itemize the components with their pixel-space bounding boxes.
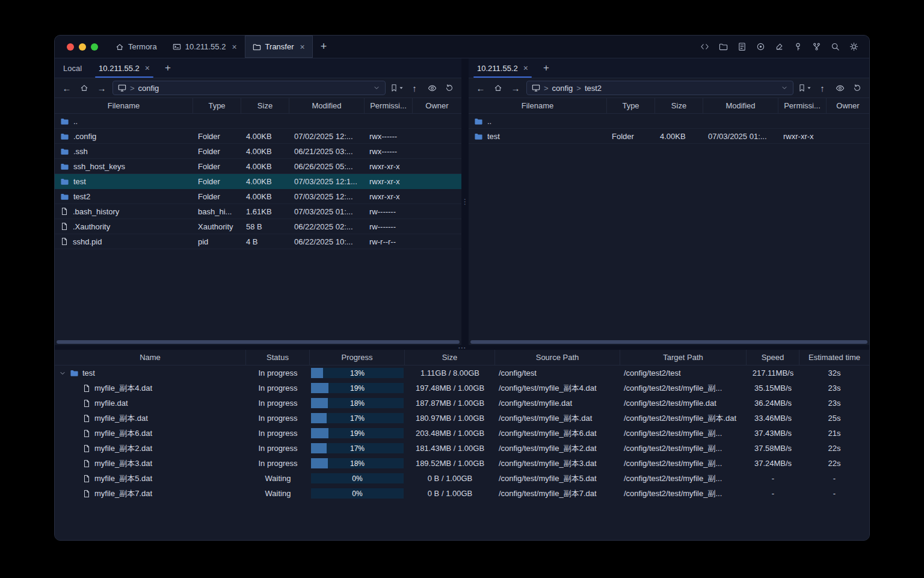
panel-tab-local[interactable]: Local — [55, 58, 90, 78]
forward-button[interactable]: → — [509, 81, 522, 95]
panel-tab-10-211-55-2[interactable]: 10.211.55.2× — [90, 58, 158, 78]
record-icon[interactable] — [756, 42, 765, 51]
transfer-status: In progress — [246, 414, 310, 423]
column-header-target-path[interactable]: Target Path — [620, 350, 747, 365]
window-tab-termora[interactable]: Termora — [108, 36, 165, 58]
column-header-estimated-time[interactable]: Estimated time — [799, 350, 869, 365]
transfer-row-myfile-4-dat[interactable]: myfile_副本4.datIn progress19%197.48MB / 1… — [55, 381, 869, 396]
column-header-filename[interactable]: Filename — [55, 98, 193, 113]
bookmark-button[interactable] — [390, 81, 404, 95]
new-tab-button[interactable]: + — [313, 36, 335, 58]
home-button[interactable] — [491, 81, 505, 95]
transfer-row-myfile-dat[interactable]: myfile_副本.datIn progress17%180.97MB / 1.… — [55, 411, 869, 426]
key-icon[interactable] — [793, 42, 802, 51]
file-row-sshd-pid[interactable]: sshd.pidpid4 B06/22/2025 10:...rw-r--r-- — [55, 234, 461, 249]
column-header-filename[interactable]: Filename — [469, 98, 607, 113]
column-header-type[interactable]: Type — [607, 98, 655, 113]
column-header-permissi[interactable]: Permissi... — [778, 98, 827, 113]
path-bar[interactable]: >config — [112, 81, 386, 95]
new-panel-tab-button[interactable]: + — [537, 58, 556, 78]
folder-icon[interactable] — [719, 42, 728, 51]
chevron-down-icon[interactable] — [781, 84, 788, 92]
back-button[interactable]: ← — [60, 81, 73, 95]
window-tab-10-211-55-2[interactable]: 10.211.55.2× — [165, 36, 245, 58]
column-header-permissi[interactable]: Permissi... — [365, 98, 413, 113]
column-header-size[interactable]: Size — [241, 98, 289, 113]
close-tab-icon[interactable]: × — [145, 64, 150, 72]
home-button[interactable] — [78, 81, 91, 95]
transfer-row-test[interactable]: testIn progress13%1.11GB / 8.00GB/config… — [55, 365, 869, 381]
file-row-config[interactable]: .configFolder4.00KB07/02/2025 12:...rwx-… — [55, 129, 461, 144]
upload-button[interactable]: ↑ — [816, 81, 829, 95]
column-header-name[interactable]: Name — [55, 350, 246, 365]
path-segment-test2[interactable]: test2 — [585, 84, 602, 93]
collapse-chevron-icon[interactable] — [59, 370, 66, 377]
column-header-modified[interactable]: Modified — [289, 98, 365, 113]
vertical-splitter[interactable]: ⋮ — [461, 58, 469, 345]
preview-button[interactable] — [425, 81, 439, 95]
file-row-bash-history[interactable]: .bash_historybash_hi...1.61KB07/03/2025 … — [55, 204, 461, 219]
file-row-item[interactable]: .. — [55, 114, 461, 129]
zoom-window-button[interactable] — [91, 43, 98, 51]
transfer-row-myfile-5-dat[interactable]: myfile_副本5.datWaiting0%0 B / 1.00GB/conf… — [55, 471, 869, 486]
transfer-row-myfile-3-dat[interactable]: myfile_副本3.datIn progress18%189.52MB / 1… — [55, 456, 869, 471]
horizontal-scrollbar[interactable] — [469, 339, 869, 345]
file-row-ssh-host-keys[interactable]: ssh_host_keysFolder4.00KB06/26/2025 05:.… — [55, 159, 461, 174]
back-button[interactable]: ← — [474, 81, 487, 95]
transfer-row-myfile-7-dat[interactable]: myfile_副本7.datWaiting0%0 B / 1.00GB/conf… — [55, 486, 869, 501]
path-segment-config[interactable]: config — [552, 84, 573, 93]
horizontal-scrollbar[interactable] — [55, 339, 461, 345]
refresh-button[interactable] — [443, 81, 456, 95]
upload-button[interactable]: ↑ — [408, 81, 421, 95]
close-tab-icon[interactable]: × — [232, 43, 236, 51]
code-icon[interactable] — [700, 42, 709, 51]
transfer-speed: - — [747, 474, 799, 483]
file-row-item[interactable]: .. — [469, 114, 869, 129]
log-icon[interactable] — [738, 42, 747, 51]
bookmark-button[interactable] — [798, 81, 812, 95]
file-row-test[interactable]: testFolder4.00KB07/03/2025 12:1...rwxr-x… — [55, 174, 461, 189]
column-header-owner[interactable]: Owner — [827, 98, 869, 113]
preview-button[interactable] — [833, 81, 846, 95]
file-row-ssh[interactable]: .sshFolder4.00KB06/21/2025 03:...rwx----… — [55, 144, 461, 159]
window-tab-transfer[interactable]: Transfer× — [245, 36, 313, 58]
forward-button[interactable]: → — [95, 81, 108, 95]
close-tab-icon[interactable]: × — [523, 64, 528, 72]
transfer-row-myfile-2-dat[interactable]: myfile_副本2.datIn progress17%181.43MB / 1… — [55, 441, 869, 456]
file-row-test2[interactable]: test2Folder4.00KB07/03/2025 12:...rwxr-x… — [55, 189, 461, 204]
transfer-source-path: /config/test/myfile_副本5.dat — [495, 473, 620, 484]
transfer-speed: 217.11MB/s — [747, 368, 799, 378]
file-icon — [82, 444, 91, 453]
search-icon[interactable] — [831, 42, 840, 51]
edit-icon[interactable] — [775, 42, 784, 51]
minimize-window-button[interactable] — [79, 43, 86, 51]
column-header-speed[interactable]: Speed — [747, 350, 799, 365]
scrollbar-thumb[interactable] — [470, 340, 867, 344]
column-header-size[interactable]: Size — [655, 98, 703, 113]
scrollbar-thumb[interactable] — [57, 340, 460, 344]
column-header-modified[interactable]: Modified — [703, 98, 778, 113]
chevron-down-icon[interactable] — [373, 84, 380, 92]
breadcrumb: >config>test2 — [544, 84, 602, 93]
file-row-xauthority[interactable]: .XauthorityXauthority58 B06/22/2025 02:.… — [55, 219, 461, 234]
transfer-row-myfile-6-dat[interactable]: myfile_副本6.datIn progress19%203.48MB / 1… — [55, 426, 869, 441]
settings-icon[interactable] — [849, 42, 858, 51]
refresh-button[interactable] — [851, 81, 864, 95]
file-row-test[interactable]: testFolder4.00KB07/03/2025 01:...rwxr-xr… — [469, 129, 869, 144]
column-header-type[interactable]: Type — [193, 98, 241, 113]
panel-tab-10-211-55-2[interactable]: 10.211.55.2× — [469, 58, 537, 78]
branch-icon[interactable] — [812, 42, 821, 51]
column-header-source-path[interactable]: Source Path — [495, 350, 620, 365]
column-header-owner[interactable]: Owner — [413, 98, 461, 113]
horizontal-splitter[interactable]: ⋯ — [55, 345, 869, 350]
close-window-button[interactable] — [67, 43, 74, 51]
close-tab-icon[interactable]: × — [300, 43, 305, 51]
new-panel-tab-button[interactable]: + — [158, 58, 177, 78]
column-header-progress[interactable]: Progress — [310, 350, 405, 365]
column-header-size[interactable]: Size — [405, 350, 495, 365]
path-bar[interactable]: >config>test2 — [526, 81, 793, 95]
folder-icon — [70, 368, 79, 378]
path-segment-config[interactable]: config — [138, 84, 159, 93]
transfer-row-myfile-dat[interactable]: myfile.datIn progress18%187.87MB / 1.00G… — [55, 396, 869, 411]
column-header-status[interactable]: Status — [246, 350, 310, 365]
